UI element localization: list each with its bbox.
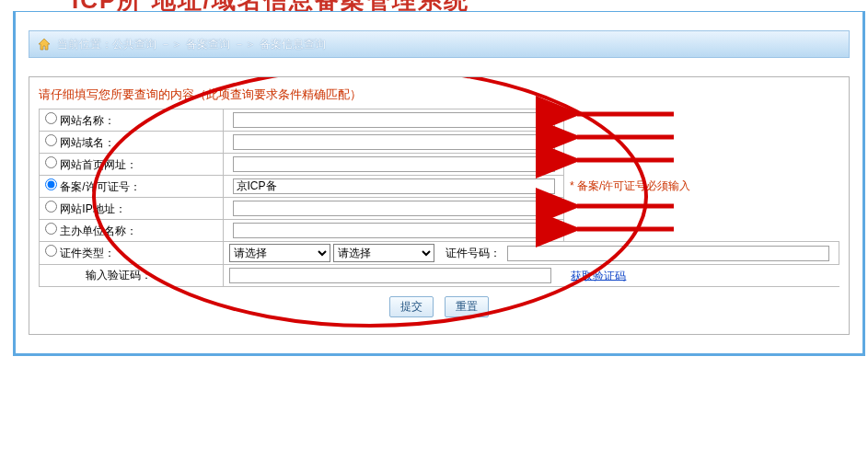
input-org[interactable] [233,223,555,238]
breadcrumb-current: 当前位置：公共查询 [57,37,156,52]
button-row: 提交 重置 [39,296,839,317]
submit-button[interactable]: 提交 [389,296,434,317]
input-captcha[interactable] [229,268,551,283]
input-license[interactable] [233,178,555,194]
license-required-note: * 备案/许可证号必须输入 [570,179,690,192]
label-ip: 网站IP地址： [60,202,125,215]
label-doc-number: 证件号码： [446,247,501,259]
breadcrumb: 当前位置：公共查询 －＞ 备案查询 －＞ 备案信息查询 [29,30,850,58]
row-doc-type: 证件类型： 请选择 请选择 证件号码： [40,242,839,265]
home-icon [37,37,52,52]
radio-domain[interactable] [45,134,57,146]
label-captcha: 输入验证码： [86,269,152,282]
input-ip[interactable] [233,201,555,216]
main-panel: 当前位置：公共查询 －＞ 备案查询 －＞ 备案信息查询 请仔细填写您所要查询的内… [13,11,865,356]
select-doc-type-2[interactable]: 请选择 [333,244,434,262]
radio-license[interactable] [45,178,57,190]
get-captcha-link[interactable]: 获取验证码 [571,269,626,282]
search-form: 请仔细填写您所要查询的内容（此项查询要求条件精确匹配） 网站名称： 网站域名： … [29,76,850,335]
input-homepage[interactable] [233,156,555,172]
row-homepage: 网站首页网址： [40,154,839,176]
row-captcha: 输入验证码： 获取验证码 [40,265,839,287]
radio-homepage[interactable] [45,156,57,168]
row-org: 主办单位名称： [40,220,839,242]
row-license: 备案/许可证号： * 备案/许可证号必须输入 [40,176,839,198]
instruction-text: 请仔细填写您所要查询的内容（此项查询要求条件精确匹配） [39,86,839,103]
row-domain: 网站域名： [40,132,839,154]
breadcrumb-item-2[interactable]: 备案信息查询 [260,37,326,52]
label-homepage: 网站首页网址： [60,158,137,171]
label-domain: 网站域名： [60,136,115,149]
reset-button[interactable]: 重置 [445,296,489,317]
label-license: 备案/许可证号： [60,180,140,193]
input-doc-number[interactable] [507,246,829,261]
radio-ip[interactable] [45,201,57,213]
label-site-name: 网站名称： [60,114,115,127]
input-domain[interactable] [233,134,555,150]
radio-org[interactable] [45,223,57,235]
label-org: 主办单位名称： [60,224,137,237]
breadcrumb-item-1[interactable]: 备案查询 [186,37,230,52]
row-ip: 网站IP地址： [40,198,839,220]
label-doc-type: 证件类型： [60,247,115,259]
page-title: ICP所 地址/域名信息备案管理系统 [0,0,868,11]
radio-doc-type[interactable] [45,245,57,257]
select-doc-type-1[interactable]: 请选择 [229,244,330,262]
breadcrumb-sep: －＞ [160,37,182,52]
breadcrumb-sep: －＞ [234,37,256,52]
radio-site-name[interactable] [45,112,57,124]
form-table: 网站名称： 网站域名： 网站首页网址： 备案/许可证号： * 备案/许可证号必须… [39,109,839,287]
row-site-name: 网站名称： [40,109,839,132]
input-site-name[interactable] [233,112,555,128]
